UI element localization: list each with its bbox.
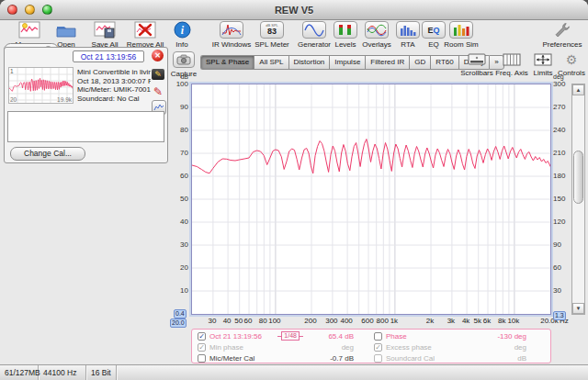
status-bar: 61/127MB44100 Hz16 Bit	[0, 364, 588, 380]
legend-checkbox[interactable]: ✓	[198, 343, 206, 352]
measurement-thumbnail[interactable]: 1 20 19.9k	[8, 67, 74, 104]
legend-cell: ✓Excess phasedeg	[374, 343, 550, 352]
thumbnail-xmax-label: 19.9k	[57, 96, 72, 103]
y-tick-label: 240	[553, 126, 573, 134]
info-icon: i	[174, 21, 191, 39]
capture-button[interactable]	[173, 51, 195, 68]
right-axis-ticks: 306090120150180210240270300	[553, 84, 573, 315]
legend-label[interactable]: Mic/Meter Cal	[209, 354, 254, 363]
y-tick-label: 120	[553, 218, 573, 226]
save-all-icon	[94, 21, 116, 39]
measurement-name-input[interactable]	[73, 50, 144, 62]
x-tick-label: 10k	[507, 317, 519, 325]
measure-icon	[18, 21, 40, 39]
legend-label[interactable]: Oct 21 13:19:56	[209, 332, 262, 341]
tab-gd[interactable]: GD	[409, 55, 430, 70]
legend-checkbox[interactable]: ✓	[198, 332, 206, 341]
scroll-up-icon[interactable]: ▲	[572, 84, 584, 95]
legend-checkbox[interactable]	[374, 354, 382, 363]
measurement-panel[interactable]: ✕ 1 20 19.9k Mini Convertible in living …	[4, 47, 168, 163]
legend-cell: ✓Oct 21 13:19:561/4865.4 dB	[198, 331, 354, 341]
status-cell: 61/127MB	[0, 365, 39, 380]
y-tick-label: 100	[168, 80, 188, 88]
tab-filtered-ir[interactable]: Filtered IR	[365, 55, 409, 70]
measurement-title: Mini Convertible in living roo	[77, 68, 151, 77]
window-title: REW V5	[0, 0, 588, 20]
x-tick-label: 2k	[426, 317, 434, 325]
y-tick-label: 90	[553, 240, 573, 249]
x-tick-label: 600	[361, 317, 373, 325]
legend-checkbox[interactable]	[374, 332, 382, 341]
chart-canvas	[192, 84, 550, 314]
status-cell: 16 Bit	[86, 365, 117, 380]
tab-distortion[interactable]: Distortion	[288, 55, 330, 70]
x-tick-label: 30	[208, 317, 216, 325]
y-tick-label: 60	[553, 263, 573, 272]
right-axis-unit: deg	[553, 73, 564, 80]
remove-all-icon	[134, 21, 156, 39]
title-bar: REW V5	[0, 0, 588, 20]
x-tick-label: 4k	[462, 317, 469, 325]
measurement-mic: Mic/Meter: UMIK-7001870.tx	[77, 85, 151, 95]
spl-meter-icon: dB SPL83	[260, 21, 284, 39]
trace-colour-icon[interactable]: ✎	[152, 85, 164, 97]
x-tick-label: 3k	[447, 317, 455, 325]
y-tick-label: 70	[168, 149, 188, 157]
toolbar-button-label: Room Sim	[444, 40, 478, 49]
left-axis-unit: dB	[168, 73, 188, 80]
legend-label[interactable]: Soundcard Cal	[386, 354, 435, 363]
toolbar-button-info[interactable]: iInfo	[155, 21, 209, 49]
y-tick-label: 270	[553, 103, 573, 111]
x-tick-label: 300	[325, 317, 337, 325]
x-tick-label: 6k	[483, 317, 491, 325]
y-tick-label: 210	[553, 149, 573, 157]
legend-value: deg	[514, 343, 526, 352]
left-axis-limit-box[interactable]: 0.4	[174, 309, 187, 319]
legend-cell: ✓Min phasedeg	[198, 343, 354, 352]
toolbar-button-preferences[interactable]: Preferences	[536, 21, 588, 49]
spl-phase-chart[interactable]	[191, 84, 551, 315]
legend-cell: Mic/Meter Cal-0.7 dB	[198, 354, 354, 363]
y-tick-label: 300	[553, 80, 573, 88]
frequency-axis[interactable]: 30405060801002003004006008001k2k3k4k5k6k…	[191, 317, 586, 327]
legend-row: ✓Min phasedeg✓Excess phasedeg	[192, 341, 550, 352]
measurement-info: Mini Convertible in living roo Oct 18, 2…	[77, 68, 151, 103]
y-tick-label: 90	[168, 103, 188, 111]
scrollbar-thumb[interactable]	[573, 151, 583, 204]
x-tick-label: 1k	[390, 317, 398, 325]
x-tick-label: 5k	[473, 317, 481, 325]
notes-textarea[interactable]	[7, 111, 164, 142]
camera-icon	[176, 54, 191, 65]
change-cal-button[interactable]: Change Cal...	[10, 147, 85, 161]
ir-windows-icon	[220, 21, 243, 39]
legend-row: Mic/Meter Cal-0.7 dBSoundcard CaldB	[192, 352, 550, 363]
vertical-scrollbar[interactable]: ▲ ▼	[571, 84, 585, 315]
delete-measurement-icon[interactable]: ✕	[152, 50, 164, 61]
legend-label[interactable]: Phase	[386, 332, 407, 341]
legend-value: deg	[342, 343, 354, 352]
tab-all-spl[interactable]: All SPL	[254, 55, 288, 70]
y-tick-label: 20	[168, 263, 188, 272]
y-tick-label: 60	[168, 172, 188, 180]
smoothing-badge[interactable]: 1/48	[281, 331, 300, 341]
trace-legend: ✓Oct 21 13:19:561/4865.4 dBPhase-130 deg…	[191, 329, 551, 363]
rew-window: REW V5 MeasureOpenSave AllRemove AlliInf…	[0, 0, 588, 380]
y-tick-label: 180	[553, 172, 573, 180]
measurement-soundcard: Soundcard: No Cal	[77, 95, 151, 104]
x-axis-start-limit-box[interactable]: 20.0	[170, 319, 187, 328]
y-tick-label: 80	[168, 126, 188, 134]
tab-spl-phase[interactable]: SPL & Phase	[200, 55, 254, 70]
open-icon	[55, 21, 77, 39]
tab-impulse[interactable]: Impulse	[329, 55, 365, 70]
legend-checkbox[interactable]	[198, 354, 206, 363]
thumbnail-xmin-label: 20	[10, 96, 17, 103]
legend-label[interactable]: Min phase	[209, 343, 243, 352]
toolbar-button-room-sim[interactable]: Room Sim	[435, 21, 488, 49]
legend-value: -0.7 dB	[330, 354, 354, 363]
controls-icon: ⚙	[566, 50, 578, 68]
legend-checkbox[interactable]: ✓	[374, 343, 382, 352]
x-tick-label: 60	[244, 317, 253, 325]
legend-label[interactable]: Excess phase	[386, 343, 432, 352]
x-axis-end-limit-box[interactable]: 1.3	[553, 311, 566, 320]
scroll-down-icon[interactable]: ▼	[572, 303, 584, 314]
